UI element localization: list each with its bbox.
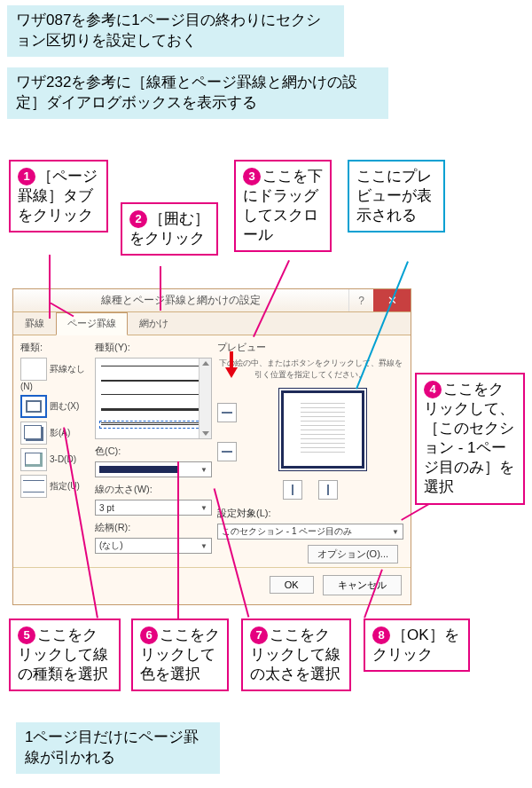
step-3: 3ここを下にドラッグしてスクロール	[234, 160, 332, 252]
style-option[interactable]	[101, 408, 206, 419]
style-label: 種類(Y):	[95, 341, 212, 354]
tab-shading[interactable]: 網かけ	[128, 312, 180, 335]
type-label: 種類:	[20, 341, 90, 354]
chevron-down-icon: ▼	[392, 528, 399, 536]
note-section-break: ワザ087を参考に1ページ目の終わりにセクション区切りを設定しておく	[7, 5, 344, 57]
style-option[interactable]	[101, 380, 206, 390]
chevron-down-icon: ▼	[200, 466, 207, 474]
borders-shading-dialog: 線種とページ罫線と網かけの設定 ? ✕ 罫線 ページ罫線 網かけ 種類: 罫線な…	[12, 288, 411, 605]
threed-icon	[20, 448, 47, 471]
note-result: 1ページ目だけにページ罫線が引かれる	[16, 722, 220, 774]
step-4-text: ここをクリックして、［このセクション - 1ページ目のみ］を選択	[424, 381, 514, 495]
chevron-down-icon: ▼	[200, 504, 207, 512]
type-3d[interactable]: 3-D(D)	[20, 448, 90, 471]
color-label: 色(C):	[95, 445, 212, 458]
step-number-7: 7	[250, 626, 268, 644]
dialog-titlebar[interactable]: 線種とページ罫線と網かけの設定 ? ✕	[13, 289, 411, 312]
preview-hint: 下の絵の中、またはボタンをクリックして、罫線を引く位置を指定してください。	[217, 358, 403, 381]
preview-note: ここにプレビューが表示される	[348, 160, 445, 232]
style-listbox[interactable]	[95, 358, 212, 439]
dialog-body: 種類: 罫線なし(N) 囲む(X) 影(A) 3-D(D) 指定(U) 種類(Y…	[13, 335, 411, 567]
custom-icon	[20, 475, 47, 498]
options-button[interactable]: オプション(O)...	[308, 545, 398, 563]
color-field: 色(C): ▼	[95, 445, 212, 477]
style-option[interactable]	[101, 394, 206, 405]
style-scrollbar[interactable]	[199, 359, 211, 438]
preview-page-icon	[278, 388, 367, 471]
step-number-2: 2	[129, 210, 147, 228]
art-value: (なし)	[99, 540, 123, 552]
width-value: 3 pt	[99, 503, 114, 513]
dialog-footer: OK キャンセル	[13, 567, 411, 604]
step-5: 5ここをクリックして線の種類を選択	[9, 619, 121, 691]
pointer-line	[49, 255, 51, 319]
step-4: 4ここをクリックして、［このセクション - 1ページ目のみ］を選択	[415, 373, 525, 505]
step-number-5: 5	[18, 626, 35, 644]
apply-to-row: 設定対象(L):	[217, 507, 403, 520]
cancel-button[interactable]: キャンセル	[323, 575, 402, 595]
step-number-4: 4	[424, 381, 442, 398]
apply-to-select[interactable]: このセクション - 1 ページ目のみ ▼	[217, 524, 403, 540]
type-3d-label: 3-D(D)	[50, 454, 76, 464]
width-field: 線の太さ(W): 3 pt ▼	[95, 483, 212, 516]
art-field: 絵柄(R): (なし) ▼	[95, 521, 212, 554]
none-icon	[20, 358, 47, 381]
step-2: 2［囲む］をクリック	[121, 202, 218, 256]
type-box[interactable]: 囲む(X)	[20, 395, 90, 418]
drag-arrow-icon	[225, 351, 238, 378]
type-custom[interactable]: 指定(U)	[20, 475, 90, 498]
art-select[interactable]: (なし) ▼	[95, 538, 212, 554]
width-select[interactable]: 3 pt ▼	[95, 500, 212, 516]
apply-value: このセクション - 1 ページ目のみ	[222, 525, 352, 538]
shadow-icon	[20, 422, 47, 445]
chevron-down-icon: ▼	[200, 542, 207, 550]
help-button[interactable]: ?	[348, 289, 373, 311]
color-swatch-icon	[99, 466, 179, 473]
width-label: 線の太さ(W):	[95, 483, 212, 496]
step-number-8: 8	[372, 626, 390, 644]
step-8: 8［OK］をクリック	[364, 619, 470, 672]
preview-right-border-button[interactable]	[318, 480, 338, 500]
type-shadow-label: 影(A)	[50, 428, 70, 437]
dialog-title: 線種とページ罫線と網かけの設定	[13, 293, 348, 308]
preview-column: プレビュー 下の絵の中、またはボタンをクリックして、罫線を引く位置を指定してくだ…	[217, 341, 403, 563]
art-label: 絵柄(R):	[95, 521, 212, 534]
style-option[interactable]	[101, 366, 206, 376]
border-type-column: 種類: 罫線なし(N) 囲む(X) 影(A) 3-D(D) 指定(U)	[20, 341, 90, 563]
preview-bottom-border-button[interactable]	[217, 442, 237, 461]
step-number-6: 6	[140, 626, 158, 644]
color-select[interactable]: ▼	[95, 461, 212, 477]
step-6: 6ここをクリックして色を選択	[131, 619, 229, 691]
step-number-1: 1	[18, 168, 35, 185]
ok-button[interactable]: OK	[270, 576, 314, 594]
style-option-selected[interactable]	[101, 422, 206, 427]
preview-top-border-button[interactable]	[217, 403, 237, 422]
type-shadow[interactable]: 影(A)	[20, 422, 90, 445]
step-1: 1［ページ罫線］タブをクリック	[9, 160, 108, 232]
type-none[interactable]: 罫線なし(N)	[20, 358, 90, 391]
tab-page-border[interactable]: ページ罫線	[56, 312, 128, 335]
step-number-3: 3	[243, 168, 261, 185]
note-open-dialog: ワザ232を参考に［線種とページ罫線と網かけの設定］ダイアログボックスを表示する	[7, 67, 388, 119]
apply-label: 設定対象(L):	[217, 507, 271, 520]
step-7: 7ここをクリックして線の太さを選択	[241, 619, 351, 691]
pointer-line	[177, 461, 179, 619]
preview-left-border-button[interactable]	[283, 480, 302, 500]
box-icon	[20, 395, 47, 418]
border-style-column: 種類(Y): 色(C): ▼ 線の太さ(W): 3 pt	[95, 341, 212, 563]
pointer-line	[160, 266, 161, 311]
type-box-label: 囲む(X)	[50, 401, 79, 411]
